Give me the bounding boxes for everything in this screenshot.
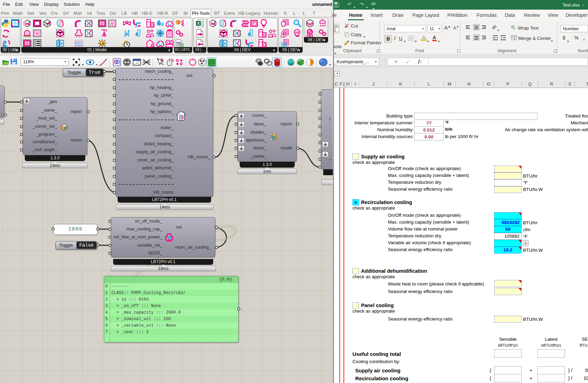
- svg-text:SF: SF: [151, 44, 155, 47]
- svg-text:LB: LB: [100, 42, 104, 45]
- svg-text:HB: HB: [295, 31, 299, 34]
- svg-text:ab: ab: [511, 25, 514, 28]
- svg-text:X: X: [197, 21, 200, 25]
- svg-text:GHA: GHA: [124, 61, 130, 64]
